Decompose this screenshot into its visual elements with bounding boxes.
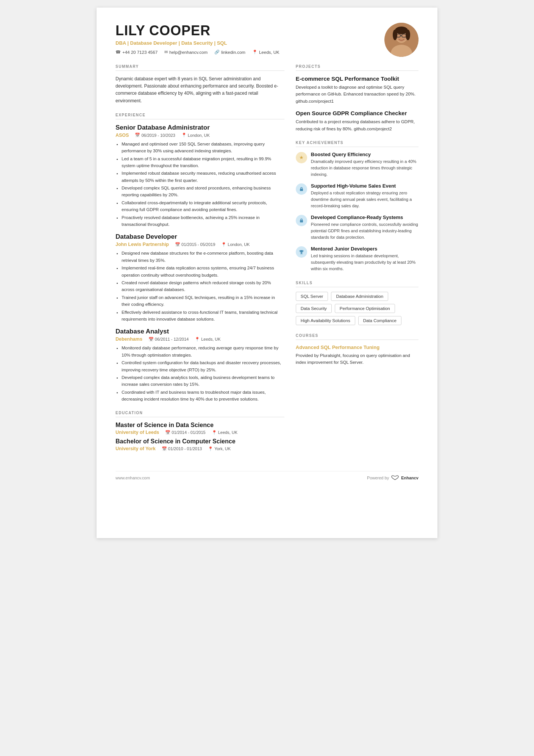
achievement-0: ★ Boosted Query Efficiency Dramatically … — [296, 152, 418, 178]
brand-name: Enhancv — [401, 476, 418, 480]
job-title-2: Database Analyst — [116, 328, 284, 335]
bullet-0-4: Collaborated cross-departmentally to int… — [122, 199, 284, 213]
bullet-0-0: Managed and optimised over 150 SQL Serve… — [122, 141, 284, 155]
lock-svg-1 — [299, 186, 304, 192]
cal-icon-edu-0: 📅 — [165, 430, 170, 435]
right-column: PROJECTS E-commerce SQL Performance Tool… — [296, 64, 418, 460]
footer-brand: Powered by Enhancv — [367, 475, 418, 481]
edu-meta-0: University of Leeds 📅 01/2014 - 01/2015 … — [116, 430, 284, 435]
contact-location: 📍 Leeds, UK — [252, 50, 279, 55]
achievement-icon-3 — [296, 246, 307, 258]
job-title-1: Database Developer — [116, 233, 284, 241]
projects-label: PROJECTS — [296, 64, 418, 71]
bullet-2-1: Controlled system configuration for data… — [122, 359, 284, 373]
avatar — [384, 23, 418, 57]
job-bullets-2: Monitored daily database performance, re… — [122, 344, 284, 402]
phone-value: +44 20 7123 4567 — [122, 50, 158, 55]
bullet-1-1: Implemented real-time data replication a… — [122, 265, 284, 279]
project-item-1: Open Source GDPR Compliance Checker Cont… — [296, 110, 418, 132]
enhancv-heart-icon — [391, 475, 399, 481]
project-title-1: Open Source GDPR Compliance Checker — [296, 110, 418, 116]
achievement-icon-2 — [296, 215, 307, 226]
achievement-title-0: Boosted Query Efficiency — [311, 152, 418, 157]
company-1: John Lewis Partnership — [116, 242, 169, 247]
education-label: EDUCATION — [116, 411, 284, 417]
svg-rect-12 — [301, 253, 302, 254]
linkedin-value: linkedin.com — [221, 50, 245, 55]
skills-grid: SQL Server Database Administration Data … — [296, 292, 418, 325]
course-text-0: Provided by Pluralsight, focusing on que… — [296, 352, 418, 366]
email-icon: ✉ — [164, 50, 168, 55]
achievement-title-1: Supported High-Volume Sales Event — [311, 183, 418, 189]
company-0: ASOS — [116, 133, 129, 138]
trophy-svg-3 — [299, 249, 304, 255]
calendar-icon-2: 📅 — [148, 337, 154, 342]
header-left: LILY COOPER DBA | Database Developer | D… — [116, 23, 384, 55]
achievements-section: KEY ACHIEVEMENTS ★ Boosted Query Efficie… — [296, 141, 418, 272]
powered-by-text: Powered by — [367, 476, 389, 480]
edu-item-1: Bachelor of Science in Computer Science … — [116, 438, 284, 451]
edu-date-1: 📅 01/2010 - 01/2013 — [162, 446, 202, 451]
calendar-icon-1: 📅 — [175, 242, 180, 247]
summary-text: Dynamic database expert with 8 years in … — [116, 75, 284, 105]
achievement-content-1: Supported High-Volume Sales Event Deploy… — [311, 183, 418, 209]
svg-rect-10 — [300, 189, 303, 191]
phone-icon: ☎ — [116, 50, 121, 55]
achievement-content-3: Mentored Junior Developers Led training … — [311, 246, 418, 272]
education-section: EDUCATION Master of Science in Data Scie… — [116, 411, 284, 451]
achievement-icon-0: ★ — [296, 152, 307, 163]
job-location-0: 📍 London, UK — [181, 133, 210, 138]
edu-location-1: 📍 York, UK — [208, 446, 231, 451]
project-text-1: Contributed to a project ensuring databa… — [296, 118, 418, 132]
footer: www.enhancv.com Powered by Enhancv — [116, 471, 418, 481]
achievement-3: Mentored Junior Developers Led training … — [296, 246, 418, 272]
lock-svg-2 — [299, 218, 304, 223]
job-date-2: 📅 06/2011 - 12/2014 — [148, 337, 189, 342]
left-column: SUMMARY Dynamic database expert with 8 y… — [116, 64, 284, 460]
skill-5: Data Compliance — [358, 316, 401, 325]
edu-date-0: 📅 01/2014 - 01/2015 — [165, 430, 205, 435]
achievements-label: KEY ACHIEVEMENTS — [296, 141, 418, 147]
footer-website: www.enhancv.com — [116, 476, 150, 480]
achievement-2: Developed Compliance-Ready Systems Pione… — [296, 214, 418, 241]
location-value: Leeds, UK — [259, 50, 279, 55]
experience-label: EXPERIENCE — [116, 113, 284, 119]
pin-icon-2: 📍 — [195, 337, 200, 342]
achievement-title-3: Mentored Junior Developers — [311, 246, 418, 252]
svg-rect-11 — [300, 220, 303, 222]
contact-info: ☎ +44 20 7123 4567 ✉ help@enhancv.com 🔗 … — [116, 50, 384, 55]
edu-degree-1: Bachelor of Science in Computer Science — [116, 438, 284, 445]
achievement-text-0: Dramatically improved query efficiency r… — [311, 158, 418, 178]
two-col-layout: SUMMARY Dynamic database expert with 8 y… — [116, 64, 418, 460]
edu-location-0: 📍 Leeds, UK — [212, 430, 237, 435]
skills-section: SKILLS SQL Server Database Administratio… — [296, 281, 418, 325]
avatar-svg — [384, 23, 418, 57]
achievement-1: Supported High-Volume Sales Event Deploy… — [296, 183, 418, 209]
svg-point-9 — [406, 30, 410, 40]
achievement-text-3: Led training sessions in database develo… — [311, 253, 418, 272]
projects-section: PROJECTS E-commerce SQL Performance Tool… — [296, 64, 418, 132]
achievement-icon-1 — [296, 183, 307, 195]
bullet-2-0: Monitored daily database performance, re… — [122, 344, 284, 358]
email-value: help@enhancv.com — [169, 50, 208, 55]
linkedin-icon: 🔗 — [214, 50, 220, 55]
job-bullets-0: Managed and optimised over 150 SQL Serve… — [122, 141, 284, 228]
edu-degree-0: Master of Science in Data Science — [116, 422, 284, 429]
contact-email: ✉ help@enhancv.com — [164, 50, 208, 55]
job-date-1: 📅 01/2015 - 05/2019 — [175, 242, 215, 247]
svg-point-8 — [393, 30, 397, 40]
location-icon: 📍 — [252, 50, 258, 55]
skill-3: Performance Optimisation — [335, 304, 395, 313]
job-location-1: 📍 London, UK — [221, 242, 250, 247]
skill-0: SQL Server — [296, 292, 328, 301]
course-item-0: Advanced SQL Performance Tuning Provided… — [296, 344, 418, 366]
skill-1: Database Administration — [331, 292, 388, 301]
bullet-0-3: Developed complex SQL queries and stored… — [122, 185, 284, 199]
pin-edu-0: 📍 — [212, 430, 217, 435]
calendar-icon-0: 📅 — [135, 133, 140, 138]
job-location-2: 📍 Leeds, UK — [195, 337, 220, 342]
courses-section: COURSES Advanced SQL Performance Tuning … — [296, 333, 418, 366]
pin-icon-0: 📍 — [181, 133, 187, 138]
achievement-title-2: Developed Compliance-Ready Systems — [311, 214, 418, 220]
header: LILY COOPER DBA | Database Developer | D… — [116, 23, 418, 57]
